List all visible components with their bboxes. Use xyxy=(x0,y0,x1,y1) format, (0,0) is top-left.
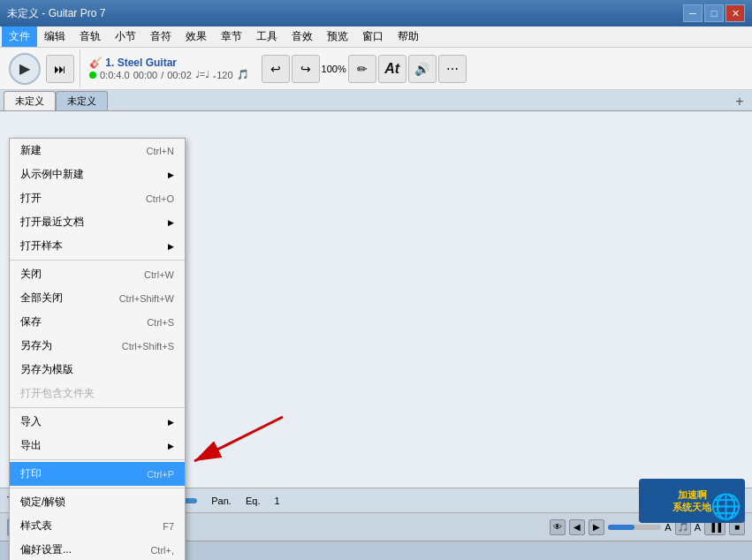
play-button[interactable]: ▶ xyxy=(9,53,41,85)
track-num-label: 1 xyxy=(274,496,279,506)
menu-save-template[interactable]: 另存为模版 xyxy=(10,358,185,382)
menu-save[interactable]: 保存 Ctrl+S xyxy=(10,310,185,334)
tab-2[interactable]: 未定义 xyxy=(56,91,108,110)
separator-1 xyxy=(10,260,185,261)
toolbar: ▶ ⏭ 🎸 1. Steel Guitar 0:0:4.0 00:00 / 00… xyxy=(0,48,752,90)
minimize-button[interactable]: ─ xyxy=(683,4,703,22)
track-position: 0:0:4.0 00:00 / 00:02 ♩=♩ 𝅗 120 🎵 xyxy=(89,69,249,80)
pan-label: Pan. xyxy=(211,496,232,506)
menu-save-as[interactable]: 另存为 Ctrl+Shift+S xyxy=(10,334,185,358)
menu-bar: 文件 编辑 音轨 小节 音符 效果 章节 工具 音效 预览 窗口 帮助 xyxy=(0,26,752,48)
track-next-button[interactable]: ▶ xyxy=(589,519,604,535)
track-vol-slider[interactable] xyxy=(608,525,661,530)
menu-open-recent[interactable]: 打开最近文档 xyxy=(10,210,185,234)
pencil-button[interactable]: ✏ xyxy=(348,55,376,83)
track-visible-button[interactable]: 👁 xyxy=(550,519,566,535)
undo-button[interactable]: ↩ xyxy=(262,55,290,83)
arrow-pointer xyxy=(186,408,292,481)
menu-new-from-example[interactable]: 从示例中新建 xyxy=(10,163,185,186)
sound-button[interactable]: 🔊 xyxy=(408,55,437,83)
menu-export[interactable]: 导出 xyxy=(10,434,185,458)
title-bar-text: 未定义 - Guitar Pro 7 xyxy=(7,6,105,21)
menu-open-folder: 打开包含文件夹 xyxy=(10,382,185,405)
app-window: 未定义 - Guitar Pro 7 ─ □ ✕ 文件 编辑 音轨 小节 音符 … xyxy=(0,0,752,560)
volume-display: 100% xyxy=(322,64,346,74)
arrow-svg xyxy=(186,408,292,479)
menu-item-track[interactable]: 音轨 xyxy=(72,26,108,47)
menu-style[interactable]: 样式表 F7 xyxy=(10,514,185,538)
menu-item-tools[interactable]: 工具 xyxy=(249,26,285,47)
menu-item-window[interactable]: 窗口 xyxy=(355,26,391,47)
redo-button[interactable]: ↪ xyxy=(292,55,320,83)
add-tab-button[interactable]: + xyxy=(731,93,748,110)
tab-bar: 未定义 未定义 + xyxy=(0,90,752,111)
title-bar-buttons: ─ □ ✕ xyxy=(683,4,745,22)
menu-item-file[interactable]: 文件 xyxy=(2,26,37,47)
track-info: 🎸 1. Steel Guitar 0:0:4.0 00:00 / 00:02 … xyxy=(84,55,254,82)
toolbar-right: ↩ ↪ 100% ✏ At 🔊 ⋯ xyxy=(258,49,470,87)
at-button[interactable]: At xyxy=(378,55,406,83)
title-bar: 未定义 - Guitar Pro 7 ─ □ ✕ xyxy=(0,0,752,26)
track-name-display: 🎸 1. Steel Guitar xyxy=(89,57,249,69)
menu-item-edit[interactable]: 编辑 xyxy=(37,26,72,47)
menu-close[interactable]: 关闭 Ctrl+W xyxy=(10,262,185,286)
globe-icon: 🌐 xyxy=(710,492,741,521)
tab-1[interactable]: 未定义 xyxy=(4,91,56,110)
track-vol-fill xyxy=(608,525,634,530)
separator-3 xyxy=(10,459,185,460)
menu-item-chapter[interactable]: 章节 xyxy=(214,26,249,47)
svg-line-1 xyxy=(194,417,283,461)
menu-item-bar[interactable]: 小节 xyxy=(108,26,143,47)
menu-import[interactable]: 导入 xyxy=(10,410,185,434)
separator-4 xyxy=(10,488,185,488)
transport-section: ▶ ⏭ xyxy=(4,49,80,87)
maximize-button[interactable]: □ xyxy=(704,4,724,22)
separator-2 xyxy=(10,407,185,408)
menu-item-sound[interactable]: 音效 xyxy=(285,26,320,47)
workspace: 未定义 未定义 + Tracks ： 🔇 🎧 Vol. Pan. Eq. 1 xyxy=(0,90,752,560)
eq-label: Eq. xyxy=(246,496,261,506)
watermark: 🌐 加速啊 系统天地 xyxy=(639,479,745,523)
menu-item-note[interactable]: 音符 xyxy=(143,26,179,47)
menu-close-all[interactable]: 全部关闭 Ctrl+Shift+W xyxy=(10,286,185,310)
menu-open[interactable]: 打开 Ctrl+O xyxy=(10,186,185,210)
menu-item-help[interactable]: 帮助 xyxy=(391,26,426,47)
watermark-text: 加速啊 系统天地 xyxy=(672,488,711,514)
menu-open-sample[interactable]: 打开样本 xyxy=(10,234,185,258)
status-dot xyxy=(89,72,96,79)
menu-item-effect[interactable]: 效果 xyxy=(179,26,214,47)
more-button[interactable]: ⋯ xyxy=(438,55,467,83)
file-dropdown-menu: 新建 Ctrl+N 从示例中新建 打开 Ctrl+O 打开最近文档 打开样本 关… xyxy=(9,138,186,560)
menu-item-preview[interactable]: 预览 xyxy=(320,26,355,47)
close-button[interactable]: ✕ xyxy=(725,4,745,22)
menu-preferences[interactable]: 偏好设置... Ctrl+, xyxy=(10,538,185,560)
menu-print[interactable]: 打印 Ctrl+P xyxy=(10,462,185,486)
track-prev-button[interactable]: ◀ xyxy=(569,519,585,535)
stop-button[interactable]: ⏭ xyxy=(46,55,74,83)
menu-lock[interactable]: 锁定/解锁 xyxy=(10,490,185,514)
menu-new[interactable]: 新建 Ctrl+N xyxy=(10,139,185,163)
